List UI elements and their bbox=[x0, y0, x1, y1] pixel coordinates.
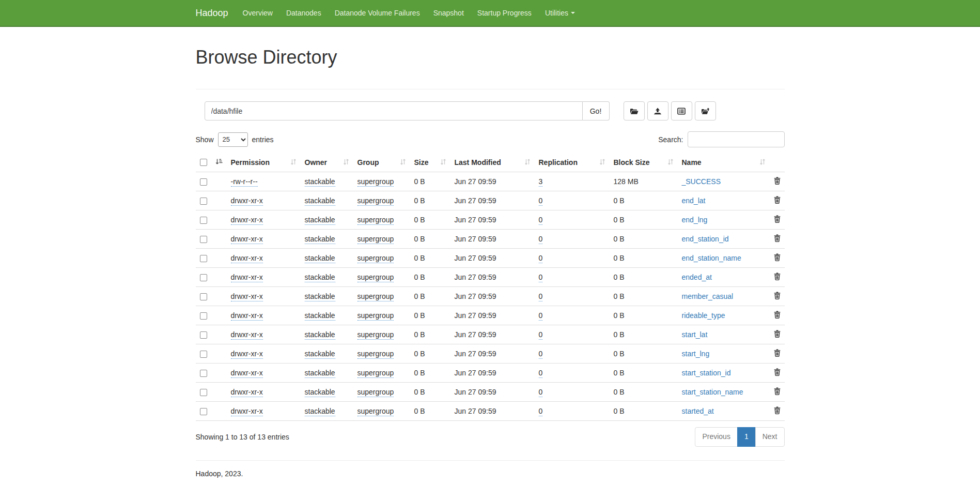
trash-icon[interactable] bbox=[774, 234, 781, 244]
pagination-page-1[interactable]: 1 bbox=[737, 427, 756, 447]
file-name-link[interactable]: end_lng bbox=[682, 216, 708, 224]
file-name-link[interactable]: ended_at bbox=[682, 273, 712, 281]
file-name-link[interactable]: start_lng bbox=[682, 350, 710, 358]
trash-icon[interactable] bbox=[774, 349, 781, 358]
row-select-cell bbox=[196, 230, 227, 249]
group-cell: supergroup bbox=[353, 364, 410, 383]
row-checkbox[interactable] bbox=[200, 236, 207, 243]
sort-ascending-icon bbox=[215, 158, 223, 167]
row-checkbox[interactable] bbox=[200, 255, 207, 262]
trash-icon[interactable] bbox=[774, 387, 781, 397]
folder-open-button[interactable] bbox=[624, 101, 645, 120]
file-name-link[interactable]: start_station_name bbox=[682, 388, 743, 396]
upload-button[interactable] bbox=[647, 101, 668, 120]
last-modified-value: Jun 27 09:59 bbox=[455, 407, 496, 415]
file-name-link[interactable]: _SUCCESS bbox=[682, 177, 721, 186]
file-name-link[interactable]: rideable_type bbox=[682, 311, 725, 320]
nav-datanodes[interactable]: Datanodes bbox=[279, 0, 328, 26]
permission-value: drwxr-xr-x bbox=[231, 330, 263, 340]
row-checkbox[interactable] bbox=[200, 389, 207, 396]
trash-icon[interactable] bbox=[774, 292, 781, 301]
pagination-previous[interactable]: Previous bbox=[695, 427, 737, 447]
trash-icon[interactable] bbox=[774, 177, 781, 186]
column-name[interactable]: Name bbox=[678, 154, 770, 172]
permission-cell: drwxr-xr-x bbox=[227, 191, 301, 210]
row-checkbox[interactable] bbox=[200, 370, 207, 377]
trash-icon[interactable] bbox=[774, 368, 781, 377]
owner-value: stackable bbox=[305, 235, 335, 244]
column-block-size[interactable]: Block Size bbox=[610, 154, 678, 172]
row-checkbox[interactable] bbox=[200, 331, 207, 339]
nav-startup-progress[interactable]: Startup Progress bbox=[471, 0, 538, 26]
file-name-link[interactable]: end_lat bbox=[682, 196, 706, 205]
search-input[interactable] bbox=[688, 131, 785, 147]
directory-path-input[interactable] bbox=[205, 101, 583, 120]
column-group[interactable]: Group bbox=[353, 154, 410, 172]
owner-cell: stackable bbox=[301, 344, 353, 364]
replication-cell: 0 bbox=[535, 364, 610, 383]
actions-cell bbox=[770, 306, 785, 325]
row-checkbox[interactable] bbox=[200, 217, 207, 224]
row-checkbox[interactable] bbox=[200, 178, 207, 186]
nav-datanode-volume-failures[interactable]: Datanode Volume Failures bbox=[328, 0, 427, 26]
name-cell: end_lat bbox=[678, 191, 770, 210]
trash-icon[interactable] bbox=[774, 215, 781, 224]
nav-snapshot[interactable]: Snapshot bbox=[427, 0, 471, 26]
brand-hadoop[interactable]: Hadoop bbox=[196, 0, 236, 26]
group-cell: supergroup bbox=[353, 383, 410, 402]
replication-value: 0 bbox=[539, 407, 543, 416]
page-size-select[interactable]: 25 bbox=[218, 132, 248, 147]
column-last-modified[interactable]: Last Modified bbox=[450, 154, 535, 172]
file-name-link[interactable]: start_station_id bbox=[682, 369, 731, 377]
pagination-next[interactable]: Next bbox=[755, 427, 785, 447]
row-checkbox[interactable] bbox=[200, 293, 207, 300]
select-all-checkbox[interactable] bbox=[200, 159, 207, 166]
block-size-value: 0 B bbox=[614, 235, 625, 243]
permission-cell: drwxr-xr-x bbox=[227, 249, 301, 268]
owner-cell: stackable bbox=[301, 364, 353, 383]
list-alt-button[interactable] bbox=[671, 101, 692, 120]
permission-value: drwxr-xr-x bbox=[231, 369, 263, 378]
trash-icon[interactable] bbox=[774, 406, 781, 416]
row-checkbox[interactable] bbox=[200, 198, 207, 205]
column-size[interactable]: Size bbox=[410, 154, 450, 172]
file-name-link[interactable]: start_lat bbox=[682, 330, 708, 339]
trash-icon[interactable] bbox=[774, 311, 781, 320]
row-checkbox[interactable] bbox=[200, 312, 207, 320]
nav-utilities-dropdown[interactable]: Utilities bbox=[538, 0, 582, 26]
block-size-value: 0 B bbox=[614, 311, 625, 320]
permission-cell: drwxr-xr-x bbox=[227, 268, 301, 287]
column-label: Size bbox=[414, 158, 429, 167]
block-size-cell: 0 B bbox=[610, 268, 678, 287]
group-cell: supergroup bbox=[353, 344, 410, 364]
block-size-cell: 0 B bbox=[610, 191, 678, 210]
size-cell: 0 B bbox=[410, 230, 450, 249]
column-replication[interactable]: Replication bbox=[535, 154, 610, 172]
trash-icon[interactable] bbox=[774, 253, 781, 263]
row-checkbox[interactable] bbox=[200, 274, 207, 281]
trash-icon[interactable] bbox=[774, 330, 781, 339]
nav-overview[interactable]: Overview bbox=[236, 0, 279, 26]
row-checkbox[interactable] bbox=[200, 351, 207, 358]
row-checkbox[interactable] bbox=[200, 408, 207, 415]
column-permission[interactable]: Permission bbox=[227, 154, 301, 172]
go-button[interactable]: Go! bbox=[583, 101, 610, 120]
file-name-link[interactable]: end_station_id bbox=[682, 235, 729, 243]
owner-cell: stackable bbox=[301, 306, 353, 325]
name-cell: start_lng bbox=[678, 344, 770, 364]
actions-cell bbox=[770, 287, 785, 306]
permission-value: drwxr-xr-x bbox=[231, 273, 263, 282]
file-name-link[interactable]: end_station_name bbox=[682, 254, 741, 262]
column-select-all[interactable] bbox=[196, 154, 227, 172]
main-content: Browse Directory Go! bbox=[188, 47, 792, 487]
folder-upload-button[interactable] bbox=[695, 101, 716, 120]
column-label: Block Size bbox=[614, 158, 650, 167]
file-name-link[interactable]: started_at bbox=[682, 407, 714, 415]
column-owner[interactable]: Owner bbox=[301, 154, 353, 172]
trash-icon[interactable] bbox=[774, 273, 781, 282]
trash-icon[interactable] bbox=[774, 196, 781, 205]
group-cell: supergroup bbox=[353, 191, 410, 210]
block-size-value: 0 B bbox=[614, 388, 625, 396]
file-name-link[interactable]: member_casual bbox=[682, 292, 734, 300]
owner-value: stackable bbox=[305, 177, 335, 187]
